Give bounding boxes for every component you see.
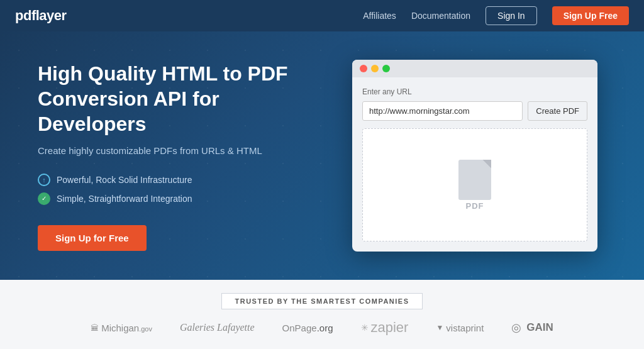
trusted-banner: TRUSTED BY THE SMARTEST COMPANIES (221, 293, 422, 309)
url-row: Create PDF (362, 101, 587, 121)
signup-hero-button[interactable]: Sign Up for Free (38, 225, 147, 251)
documentation-link[interactable]: Documentation (411, 11, 470, 21)
signin-button[interactable]: Sign In (486, 6, 537, 25)
trusted-section: TRUSTED BY THE SMARTEST COMPANIES 🏛 Mich… (0, 280, 644, 349)
infrastructure-icon: ↑ (38, 174, 50, 186)
browser-body: Enter any URL Create PDF PDF (352, 77, 597, 252)
gain-logo: ◎ GAIN (511, 321, 553, 335)
dot-red (360, 65, 367, 72)
create-pdf-button[interactable]: Create PDF (528, 101, 587, 121)
feature-label-2: Simple, Straightforward Integration (57, 194, 192, 204)
hero-title: High Quality HTML to PDF Conversion API … (38, 61, 314, 136)
feature-label-1: Powerful, Rock Solid Infrastructure (57, 175, 192, 185)
signup-nav-button[interactable]: Sign Up Free (552, 6, 629, 25)
logo-strip: 🏛 Michigan.gov Galeries Lafayette OnPage… (91, 319, 553, 336)
onpage-logo: OnPage.org (282, 323, 333, 333)
michigan-icon: 🏛 (91, 323, 99, 333)
pdf-icon-large: PDF (458, 160, 491, 211)
header: pdflayer Affiliates Documentation Sign I… (0, 0, 644, 31)
hero-section: High Quality HTML to PDF Conversion API … (0, 31, 644, 280)
pdf-file-shape (458, 160, 491, 200)
feature-item-2: ✓ Simple, Straightforward Integration (38, 192, 314, 205)
hero-subtitle: Create highly customizable PDFs from URL… (38, 145, 314, 156)
galeries-logo: Galeries Lafayette (180, 322, 255, 333)
logo: pdflayer (15, 8, 67, 24)
feature-list: ↑ Powerful, Rock Solid Infrastructure ✓ … (38, 174, 314, 205)
michigan-logo: 🏛 Michigan.gov (91, 323, 152, 333)
hero-left: High Quality HTML to PDF Conversion API … (38, 61, 314, 251)
affiliates-link[interactable]: Affiliates (363, 11, 396, 21)
pdf-file-label: PDF (466, 201, 484, 211)
dot-yellow (371, 65, 379, 72)
zapier-logo: ✳ zapier (361, 319, 409, 336)
url-input[interactable] (362, 101, 523, 121)
nav: Affiliates Documentation Sign In Sign Up… (363, 6, 629, 25)
browser-titlebar (352, 60, 597, 77)
hero-right: Enter any URL Create PDF PDF (352, 60, 597, 252)
url-label: Enter any URL (362, 87, 587, 96)
feature-item-1: ↑ Powerful, Rock Solid Infrastructure (38, 174, 314, 186)
pdf-preview: PDF (362, 128, 587, 241)
vistaprint-logo: ▼ vistaprint (436, 323, 484, 333)
dot-green (382, 65, 390, 72)
check-icon: ✓ (38, 192, 50, 205)
browser-mockup: Enter any URL Create PDF PDF (352, 60, 597, 252)
